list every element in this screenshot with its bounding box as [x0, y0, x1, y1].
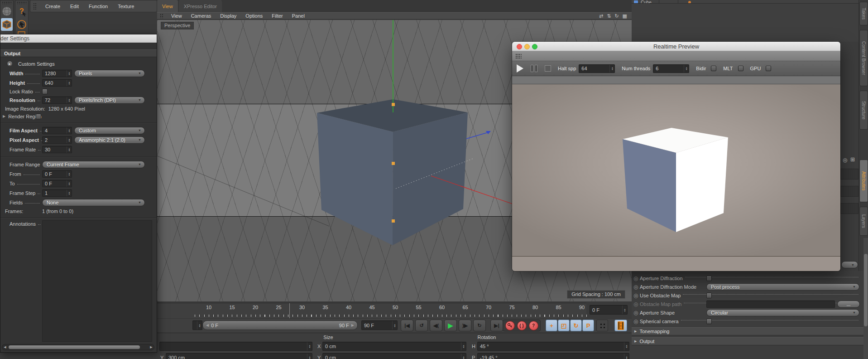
- tab-xpresso-editor[interactable]: XPresso Editor: [179, 0, 222, 12]
- preview-play-icon[interactable]: [517, 64, 523, 73]
- timeline-ruler[interactable]: 1015202530354045505560657075808590: [157, 303, 586, 318]
- from-field[interactable]: 0 F: [42, 170, 72, 178]
- annotations-textarea[interactable]: [42, 220, 152, 342]
- tab-structure[interactable]: Structure: [859, 91, 868, 130]
- scroll-left-icon[interactable]: ◀: [2, 345, 8, 349]
- menubar-grip[interactable]: [33, 3, 37, 10]
- render-region-checkbox[interactable]: [36, 114, 41, 119]
- point-level-animation-button[interactable]: [596, 320, 608, 331]
- stepper-arrows[interactable]: [67, 80, 72, 86]
- palette-grip[interactable]: [17, 1, 27, 4]
- width-unit-dropdown[interactable]: Pixels: [74, 70, 145, 77]
- record-keyframe-button[interactable]: [505, 321, 515, 330]
- stepper-arrows[interactable]: [307, 342, 312, 350]
- aperture-shape-dropdown[interactable]: Circular: [706, 309, 859, 316]
- frame-rate-field[interactable]: 30: [42, 146, 72, 153]
- tab-content-browser[interactable]: Content Browser: [859, 30, 868, 86]
- size-y-field[interactable]: 0 cm: [322, 353, 466, 359]
- anim-track-icon[interactable]: ◎: [633, 292, 640, 299]
- resolution-unit-dropdown[interactable]: Pixels/Inch (DPI): [74, 97, 145, 104]
- add-icon[interactable]: ⊞: [850, 156, 855, 163]
- stepper-arrows[interactable]: [67, 127, 72, 134]
- mlt-checkbox[interactable]: [738, 66, 743, 71]
- pixel-aspect-dropdown[interactable]: Anamorphic 2:1 (2.0): [74, 136, 145, 144]
- tab-takes[interactable]: Takes: [859, 2, 868, 25]
- range-left-arrow-icon[interactable]: ◀: [206, 323, 209, 327]
- goto-start-button[interactable]: |◀: [401, 320, 413, 331]
- live-selection-icon[interactable]: [16, 18, 28, 31]
- stepper-arrows[interactable]: [197, 321, 202, 330]
- viewport-menu-grip[interactable]: [160, 14, 164, 18]
- minimize-traffic-light[interactable]: [524, 44, 530, 49]
- autokey-button[interactable]: ( ): [517, 321, 527, 330]
- stepper-arrows[interactable]: [461, 354, 466, 359]
- stepper-arrows[interactable]: [67, 146, 72, 153]
- stepper-arrows[interactable]: [392, 321, 397, 330]
- render-preview-button[interactable]: [614, 320, 627, 331]
- position-x-field[interactable]: [159, 342, 312, 351]
- section-tonemapping[interactable]: Tonemapping: [632, 327, 863, 335]
- preview-pause-icon[interactable]: [531, 65, 537, 72]
- fields-dropdown[interactable]: None: [42, 199, 145, 206]
- menu-item[interactable]: Function: [84, 4, 113, 9]
- width-field[interactable]: 1280: [42, 70, 72, 77]
- output-section-header[interactable]: Output: [0, 49, 157, 57]
- film-aspect-dropdown[interactable]: Custom: [74, 127, 145, 134]
- viewport-menu-item[interactable]: Panel: [288, 13, 309, 19]
- object-name[interactable]: Cube: [641, 0, 652, 4]
- previous-key-button[interactable]: ◀(: [430, 320, 442, 331]
- viewport-menu-item[interactable]: View: [167, 13, 187, 19]
- stepper-arrows[interactable]: [307, 354, 312, 359]
- palette-grip[interactable]: [2, 1, 12, 4]
- preview-stop-icon[interactable]: [545, 65, 551, 72]
- rotate-view-icon[interactable]: ↻: [614, 13, 619, 19]
- grip-dots[interactable]: [515, 53, 522, 59]
- expand-arrow-icon[interactable]: ▶: [7, 61, 13, 67]
- stepper-arrows[interactable]: [67, 180, 72, 187]
- stepper-arrows[interactable]: [461, 342, 466, 350]
- menu-item[interactable]: Texture: [113, 4, 139, 9]
- anim-track-icon[interactable]: ◎: [633, 318, 640, 325]
- keyframe-options-button[interactable]: ?: [529, 321, 538, 330]
- viewport-menu-item[interactable]: Options: [241, 13, 267, 19]
- end-frame-field[interactable]: 90 F: [361, 320, 398, 330]
- num-threads-field[interactable]: 6: [653, 64, 689, 73]
- play-loop-button[interactable]: ↻: [473, 320, 486, 331]
- cube-primitive-icon[interactable]: [1, 18, 13, 31]
- menu-item[interactable]: Edit: [65, 4, 84, 9]
- tab-attributes[interactable]: Attributes: [859, 160, 868, 202]
- film-aspect-field[interactable]: 4: [42, 127, 72, 134]
- frame-range-slider[interactable]: ◀ 0 F 90 F ▶: [202, 320, 358, 330]
- stepper-arrows[interactable]: [67, 137, 72, 143]
- help-pick-icon[interactable]: ?: [16, 5, 28, 18]
- stepper-arrows[interactable]: [67, 70, 72, 77]
- stepper-arrows[interactable]: [622, 306, 627, 314]
- attributes-scrollbar[interactable]: [863, 238, 868, 359]
- obstacle-map-path-field[interactable]: [706, 301, 835, 308]
- frame-step-field[interactable]: 1: [42, 189, 72, 197]
- horizontal-scrollbar[interactable]: ◀ ▶: [2, 344, 154, 350]
- lock-ratio-checkbox[interactable]: [42, 89, 48, 94]
- browse-path-button[interactable]: ...: [837, 301, 860, 308]
- pan-view-icon[interactable]: ⇄: [599, 13, 603, 19]
- position-y-field[interactable]: 300 cm: [166, 353, 312, 359]
- key-scale-toggle[interactable]: ◰: [558, 320, 570, 331]
- stepper-arrows[interactable]: [67, 97, 72, 103]
- stepper-arrows[interactable]: [684, 65, 689, 73]
- stepper-arrows[interactable]: [624, 354, 629, 359]
- scrollbar-thumb[interactable]: [9, 345, 140, 349]
- close-traffic-light[interactable]: [517, 44, 522, 49]
- stepper-arrows[interactable]: [609, 65, 614, 73]
- anim-track-icon[interactable]: ◎: [633, 284, 640, 290]
- key-position-toggle[interactable]: +: [546, 320, 557, 331]
- scrollbar-thumb[interactable]: [864, 254, 868, 326]
- range-right-arrow-icon[interactable]: ▶: [351, 323, 354, 327]
- use-obstacle-map-checkbox[interactable]: [706, 293, 712, 298]
- spherical-camera-checkbox[interactable]: [706, 319, 712, 324]
- pixel-aspect-field[interactable]: 2: [42, 136, 72, 144]
- stepper-arrows[interactable]: [67, 190, 72, 196]
- expand-arrow-icon[interactable]: ▶: [3, 114, 5, 118]
- viewport-menu-item[interactable]: Filter: [267, 13, 287, 19]
- camera-view-label[interactable]: Perspective: [161, 22, 194, 29]
- toggle-view-icon[interactable]: ▦: [623, 13, 627, 19]
